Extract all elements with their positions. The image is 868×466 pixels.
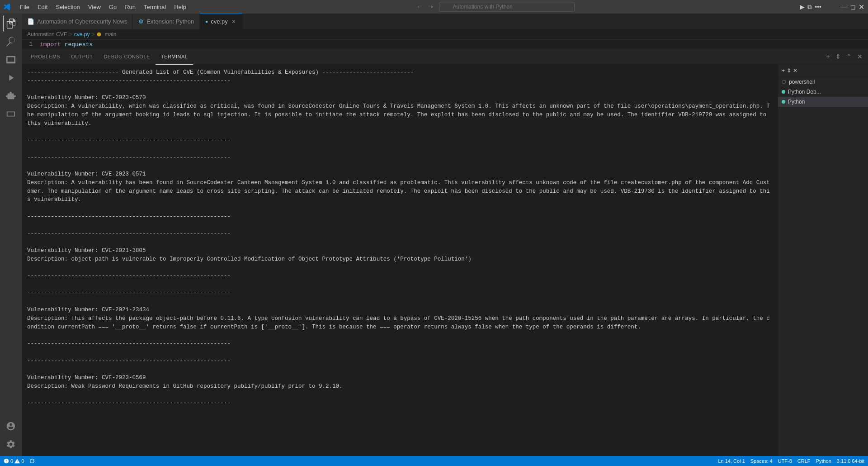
status-language[interactable]: Python [816,458,831,464]
terminal-entry-powershell[interactable]: ⬡ powershell [778,77,868,87]
activity-testing[interactable] [3,106,19,122]
nav-back[interactable]: ← [415,2,425,12]
status-encoding[interactable]: UTF-8 [778,458,792,464]
close-button[interactable]: ✕ [859,3,864,11]
warning-count: 0 [21,458,24,464]
panel-tab-terminal[interactable]: TERMINAL [156,49,193,65]
right-panel-header: + ⇕ ✕ [778,65,868,77]
menu-run[interactable]: Run [121,3,139,11]
code-module: requests [65,41,93,48]
status-errors[interactable]: 0 0 [4,458,24,464]
menu-view[interactable]: View [85,3,104,11]
menu-go[interactable]: Go [105,3,120,11]
sync-icon [29,458,35,464]
tab-extension-label: Extension: Python [146,18,194,25]
tab-close-button[interactable]: ✕ [231,18,237,25]
status-version[interactable]: 3.11.0 64-bit [837,458,864,464]
code-area: 1 import requests [22,40,868,49]
activity-explorer[interactable] [3,15,19,32]
menu-help[interactable]: Help [170,3,190,11]
status-bar: 0 0 Ln 14, Col 1 Spaces: 4 UTF-8 CRLF Py… [0,456,868,466]
activity-account[interactable] [3,418,19,434]
tab-cve-label: cve.py [211,18,228,25]
right-panel-btn-1[interactable]: + [782,67,785,74]
menu-bar: File Edit Selection View Go Run Terminal… [16,3,190,11]
menu-edit[interactable]: Edit [34,3,51,11]
error-count: 0 [10,458,13,464]
breadcrumb-sep-2: > [91,31,94,38]
warning-icon [14,458,20,464]
tab-bar: 📄 Automation of Cybersecurity News ⚙ Ext… [22,14,868,29]
svg-point-0 [97,33,101,37]
menu-terminal[interactable]: Terminal [140,3,170,11]
tab-python-icon: ● [205,19,208,24]
tab-extension-icon: ⚙ [138,18,144,25]
breadcrumb-symbol-icon [96,32,102,37]
line-number-1: 1 [22,41,40,48]
panel-split-terminal[interactable]: ⇕ [834,52,843,61]
breadcrumb-sep-1: > [69,31,72,38]
terminal-dot-python [782,100,785,104]
vscode-logo [4,3,11,10]
breadcrumb-file[interactable]: cve.py [74,31,90,38]
code-line-content: import requests [40,41,93,48]
terminal-dot-debug [782,90,785,94]
panel-tab-problems[interactable]: PROBLEMS [25,49,66,65]
panel-tab-debug-console[interactable]: DEBUG CONSOLE [98,49,155,65]
terminal-output: --------------------------- Generated Li… [22,65,778,456]
activity-bar [0,14,22,456]
title-bar: File Edit Selection View Go Run Terminal… [0,0,868,14]
breadcrumb-root[interactable]: Automation CVE [27,31,67,38]
terminal-entry-python-debug[interactable]: Python Deb... [778,87,868,97]
status-line-ending[interactable]: CRLF [797,458,811,464]
panel-close[interactable]: ✕ [855,52,864,61]
tab-automation-label: Automation of Cybersecurity News [37,18,127,25]
status-position[interactable]: Ln 14, Col 1 [718,458,745,464]
right-panel: + ⇕ ✕ ⬡ powershell Python Deb... [778,65,868,456]
breadcrumb: Automation CVE > cve.py > main [22,29,868,40]
split-editor-button[interactable]: ⧉ [807,3,812,11]
status-spaces[interactable]: Spaces: 4 [750,458,773,464]
tab-file-icon: 📄 [27,18,34,25]
tab-cve-py[interactable]: ● cve.py ✕ [200,14,243,29]
menu-selection[interactable]: Selection [52,3,83,11]
search-input[interactable] [439,2,575,12]
terminal-label-python-debug: Python Deb... [788,89,821,95]
run-button[interactable]: ▶ [800,3,805,10]
terminal-entry-python[interactable]: Python [778,97,868,107]
terminal-text: --------------------------- Generated Li… [27,68,772,408]
activity-settings[interactable] [3,436,19,452]
minimize-button[interactable]: — [840,3,848,11]
terminal-label-powershell: powershell [789,79,815,85]
activity-run-debug[interactable] [3,70,19,86]
activity-search[interactable] [3,33,19,50]
menu-file[interactable]: File [16,3,33,11]
right-panel-btn-3[interactable]: ✕ [793,67,797,74]
panel-tab-bar: PROBLEMS OUTPUT DEBUG CONSOLE TERMINAL +… [22,49,868,65]
terminal-icon-powershell: ⬡ [782,79,786,85]
terminal-label-python: Python [788,99,805,105]
panel-area: PROBLEMS OUTPUT DEBUG CONSOLE TERMINAL +… [22,49,868,456]
activity-extensions[interactable] [3,88,19,104]
activity-source-control[interactable] [3,52,19,68]
tab-extension[interactable]: ⚙ Extension: Python [133,14,200,29]
panel-tab-output[interactable]: OUTPUT [66,49,98,65]
more-actions-button[interactable]: ••• [815,3,821,10]
code-keyword-import: import [40,41,61,48]
panel-maximize[interactable]: ⌃ [844,52,854,61]
nav-forward[interactable]: → [426,2,435,12]
right-panel-btn-2[interactable]: ⇕ [787,67,791,74]
breadcrumb-symbol: main [104,31,116,38]
error-icon [4,458,9,464]
panel-add-terminal[interactable]: + [825,52,832,61]
tab-automation[interactable]: 📄 Automation of Cybersecurity News [22,14,133,29]
status-sync[interactable] [29,458,35,464]
restore-button[interactable]: ◻ [850,3,856,10]
